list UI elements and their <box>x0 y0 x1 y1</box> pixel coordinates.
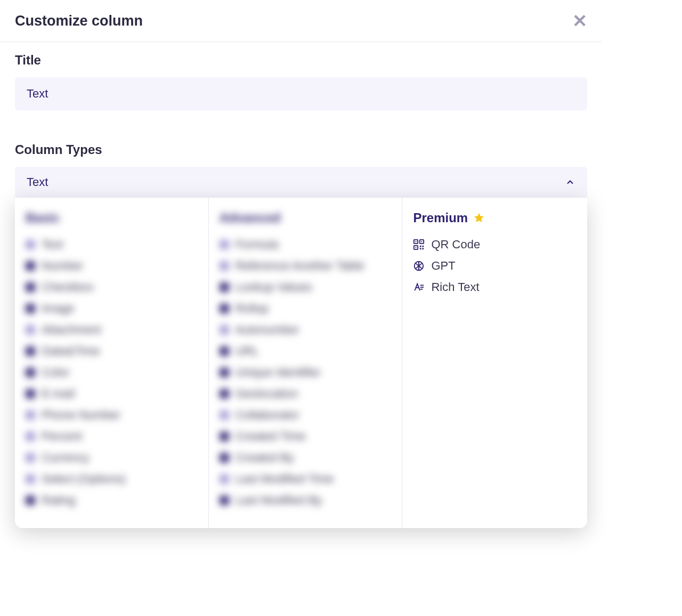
option-label: Rich Text <box>431 280 479 294</box>
column-types-select[interactable]: Text <box>15 167 587 198</box>
group-basic-heading: Basic <box>26 210 198 225</box>
option-gpt[interactable]: GPT <box>413 255 577 277</box>
column-types-selected: Text <box>27 175 48 189</box>
option-collaborator[interactable]: Collaborator <box>220 404 392 426</box>
richtext-icon <box>413 281 425 293</box>
group-premium-heading: Premium <box>413 210 577 225</box>
chevron-up-icon <box>565 177 575 188</box>
option-rich-text[interactable]: Rich Text <box>413 277 577 298</box>
group-advanced-heading: Advanced <box>220 210 392 225</box>
column-types-dropdown: Basic Text Number Checkbox Image Attachm… <box>15 198 587 528</box>
modal-title: Customize column <box>15 13 143 29</box>
option-reference[interactable]: Reference Another Table <box>220 255 392 277</box>
option-attachment[interactable]: Attachment <box>26 319 198 341</box>
option-color[interactable]: Color <box>26 362 198 383</box>
option-rating[interactable]: Rating <box>26 490 198 511</box>
option-last-mod-by[interactable]: Last Modified By <box>220 490 392 511</box>
svg-rect-5 <box>416 247 417 248</box>
option-geolocation[interactable]: Geolocation <box>220 383 392 404</box>
gpt-icon <box>413 260 425 272</box>
svg-rect-8 <box>420 248 421 249</box>
option-datetime[interactable]: Date&Time <box>26 341 198 362</box>
option-rollup[interactable]: Rollup <box>220 298 392 319</box>
option-number[interactable]: Number <box>26 255 198 277</box>
title-label: Title <box>15 53 587 68</box>
option-image[interactable]: Image <box>26 298 198 319</box>
option-label: QR Code <box>431 238 480 252</box>
option-percent[interactable]: Percent <box>26 426 198 447</box>
option-formula[interactable]: Formula <box>220 234 392 255</box>
title-section: Title <box>0 42 602 116</box>
svg-rect-4 <box>421 241 423 242</box>
svg-rect-9 <box>423 248 424 249</box>
option-created-time[interactable]: Created Time <box>220 426 392 447</box>
modal-header: Customize column ✕ <box>0 0 602 42</box>
option-uid[interactable]: Unique Identifier <box>220 362 392 383</box>
option-label: GPT <box>431 259 455 273</box>
option-text[interactable]: Text <box>26 234 198 255</box>
star-icon <box>473 212 485 224</box>
option-lookup[interactable]: Lookup Values <box>220 277 392 298</box>
close-icon[interactable]: ✕ <box>572 12 587 30</box>
option-url[interactable]: URL <box>220 341 392 362</box>
svg-rect-3 <box>416 241 417 242</box>
option-currency[interactable]: Currency <box>26 447 198 468</box>
option-select[interactable]: Select (Options) <box>26 468 198 490</box>
svg-rect-6 <box>420 246 421 247</box>
column-types-label: Column Types <box>15 142 587 157</box>
option-qr-code[interactable]: QR Code <box>413 234 577 255</box>
svg-rect-7 <box>423 246 424 247</box>
option-created-by[interactable]: Created By <box>220 447 392 468</box>
column-types-section: Column Types Text <box>0 116 602 198</box>
title-input[interactable] <box>15 77 587 110</box>
option-autonumber[interactable]: Autonumber <box>220 319 392 341</box>
group-advanced: Advanced Formula Reference Another Table… <box>209 198 403 528</box>
group-basic: Basic Text Number Checkbox Image Attachm… <box>15 198 209 528</box>
option-phone[interactable]: Phone Number <box>26 404 198 426</box>
qrcode-icon <box>413 239 425 250</box>
group-premium: Premium <box>402 198 587 528</box>
option-last-mod-time[interactable]: Last Modified Time <box>220 468 392 490</box>
option-email[interactable]: E-mail <box>26 383 198 404</box>
customize-column-modal: Customize column ✕ Title Column Types Te… <box>0 0 602 528</box>
option-checkbox[interactable]: Checkbox <box>26 277 198 298</box>
